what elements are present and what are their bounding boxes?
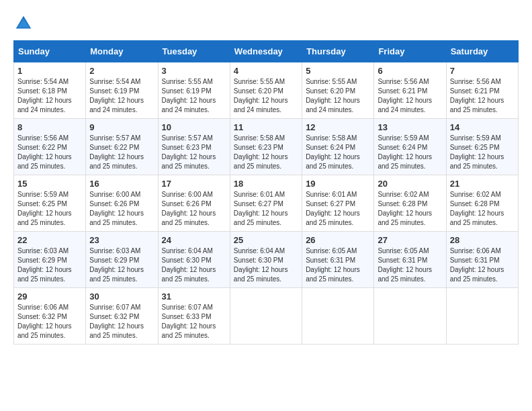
- day-info: Sunrise: 5:59 AMSunset: 6:24 PMDaylight:…: [378, 134, 442, 171]
- calendar-cell: 30 Sunrise: 6:07 AMSunset: 6:32 PMDaylig…: [86, 288, 158, 345]
- day-info: Sunrise: 6:00 AMSunset: 6:26 PMDaylight:…: [89, 190, 154, 228]
- calendar-cell: 19 Sunrise: 6:01 AMSunset: 6:27 PMDaylig…: [302, 175, 374, 232]
- week-row-2: 8 Sunrise: 5:56 AMSunset: 6:22 PMDayligh…: [14, 119, 519, 175]
- calendar-cell: [446, 288, 518, 345]
- calendar-cell: 29 Sunrise: 6:06 AMSunset: 6:32 PMDaylig…: [14, 288, 86, 345]
- calendar-cell: 26 Sunrise: 6:05 AMSunset: 6:31 PMDaylig…: [302, 232, 374, 288]
- logo: [13, 13, 36, 34]
- calendar-cell: 18 Sunrise: 6:01 AMSunset: 6:27 PMDaylig…: [230, 175, 302, 232]
- day-number: 6: [378, 66, 442, 76]
- day-number: 22: [17, 235, 82, 245]
- day-info: Sunrise: 6:00 AMSunset: 6:26 PMDaylight:…: [162, 190, 226, 228]
- day-number: 10: [162, 122, 226, 132]
- day-info: Sunrise: 6:06 AMSunset: 6:31 PMDaylight:…: [450, 246, 515, 284]
- day-info: Sunrise: 5:56 AMSunset: 6:22 PMDaylight:…: [17, 134, 82, 171]
- day-info: Sunrise: 5:56 AMSunset: 6:21 PMDaylight:…: [378, 77, 442, 115]
- day-info: Sunrise: 6:02 AMSunset: 6:28 PMDaylight:…: [378, 190, 442, 228]
- day-info: Sunrise: 6:05 AMSunset: 6:31 PMDaylight:…: [306, 246, 370, 284]
- calendar-cell: 25 Sunrise: 6:04 AMSunset: 6:30 PMDaylig…: [230, 232, 302, 288]
- calendar-cell: 4 Sunrise: 5:55 AMSunset: 6:20 PMDayligh…: [230, 62, 302, 119]
- calendar-cell: 2 Sunrise: 5:54 AMSunset: 6:19 PMDayligh…: [86, 62, 158, 119]
- day-info: Sunrise: 6:07 AMSunset: 6:33 PMDaylight:…: [162, 303, 226, 340]
- day-info: Sunrise: 5:55 AMSunset: 6:20 PMDaylight:…: [234, 77, 298, 115]
- day-number: 16: [89, 179, 154, 189]
- day-info: Sunrise: 6:03 AMSunset: 6:29 PMDaylight:…: [89, 246, 154, 284]
- calendar-cell: 17 Sunrise: 6:00 AMSunset: 6:26 PMDaylig…: [158, 175, 230, 232]
- logo-icon: [13, 13, 34, 34]
- day-info: Sunrise: 6:01 AMSunset: 6:27 PMDaylight:…: [234, 190, 298, 228]
- day-number: 20: [378, 179, 442, 189]
- day-number: 1: [17, 66, 82, 76]
- day-info: Sunrise: 6:03 AMSunset: 6:29 PMDaylight:…: [17, 246, 82, 284]
- week-row-3: 15 Sunrise: 5:59 AMSunset: 6:25 PMDaylig…: [14, 175, 519, 232]
- day-info: Sunrise: 5:59 AMSunset: 6:25 PMDaylight:…: [17, 190, 82, 228]
- day-info: Sunrise: 5:54 AMSunset: 6:18 PMDaylight:…: [17, 77, 82, 115]
- header-tuesday: Tuesday: [158, 41, 230, 62]
- calendar-cell: 23 Sunrise: 6:03 AMSunset: 6:29 PMDaylig…: [86, 232, 158, 288]
- day-info: Sunrise: 6:06 AMSunset: 6:32 PMDaylight:…: [17, 303, 82, 340]
- calendar-cell: [230, 288, 302, 345]
- day-info: Sunrise: 5:57 AMSunset: 6:23 PMDaylight:…: [162, 134, 226, 171]
- header-saturday: Saturday: [446, 41, 518, 62]
- day-info: Sunrise: 5:55 AMSunset: 6:20 PMDaylight:…: [306, 77, 370, 115]
- day-info: Sunrise: 6:02 AMSunset: 6:28 PMDaylight:…: [450, 190, 515, 228]
- day-number: 24: [162, 235, 226, 245]
- day-number: 12: [306, 122, 370, 132]
- day-number: 11: [234, 122, 298, 132]
- day-number: 7: [450, 66, 515, 76]
- day-number: 9: [89, 122, 154, 132]
- day-info: Sunrise: 5:58 AMSunset: 6:24 PMDaylight:…: [306, 134, 370, 171]
- calendar: SundayMondayTuesdayWednesdayThursdayFrid…: [13, 40, 519, 345]
- day-info: Sunrise: 5:59 AMSunset: 6:25 PMDaylight:…: [450, 134, 515, 171]
- calendar-cell: [302, 288, 374, 345]
- day-number: 29: [17, 291, 82, 302]
- day-number: 28: [450, 235, 515, 245]
- calendar-cell: [374, 288, 446, 345]
- day-number: 27: [378, 235, 442, 245]
- calendar-cell: 11 Sunrise: 5:58 AMSunset: 6:23 PMDaylig…: [230, 119, 302, 175]
- calendar-cell: 20 Sunrise: 6:02 AMSunset: 6:28 PMDaylig…: [374, 175, 446, 232]
- header-monday: Monday: [86, 41, 158, 62]
- calendar-cell: 10 Sunrise: 5:57 AMSunset: 6:23 PMDaylig…: [158, 119, 230, 175]
- calendar-cell: 3 Sunrise: 5:55 AMSunset: 6:19 PMDayligh…: [158, 62, 230, 119]
- day-number: 25: [234, 235, 298, 245]
- calendar-cell: 5 Sunrise: 5:55 AMSunset: 6:20 PMDayligh…: [302, 62, 374, 119]
- day-number: 15: [17, 179, 82, 189]
- calendar-cell: 27 Sunrise: 6:05 AMSunset: 6:31 PMDaylig…: [374, 232, 446, 288]
- week-row-4: 22 Sunrise: 6:03 AMSunset: 6:29 PMDaylig…: [14, 232, 519, 288]
- day-number: 14: [450, 122, 515, 132]
- calendar-cell: 21 Sunrise: 6:02 AMSunset: 6:28 PMDaylig…: [446, 175, 518, 232]
- day-number: 31: [162, 291, 226, 302]
- calendar-header-row: SundayMondayTuesdayWednesdayThursdayFrid…: [14, 41, 519, 62]
- day-info: Sunrise: 6:07 AMSunset: 6:32 PMDaylight:…: [89, 303, 154, 340]
- day-info: Sunrise: 5:57 AMSunset: 6:22 PMDaylight:…: [89, 134, 154, 171]
- header-friday: Friday: [374, 41, 446, 62]
- calendar-cell: 1 Sunrise: 5:54 AMSunset: 6:18 PMDayligh…: [14, 62, 86, 119]
- day-info: Sunrise: 6:04 AMSunset: 6:30 PMDaylight:…: [234, 246, 298, 284]
- day-number: 4: [234, 66, 298, 76]
- calendar-cell: 28 Sunrise: 6:06 AMSunset: 6:31 PMDaylig…: [446, 232, 518, 288]
- day-number: 8: [17, 122, 82, 132]
- calendar-cell: 6 Sunrise: 5:56 AMSunset: 6:21 PMDayligh…: [374, 62, 446, 119]
- calendar-cell: 8 Sunrise: 5:56 AMSunset: 6:22 PMDayligh…: [14, 119, 86, 175]
- calendar-cell: 12 Sunrise: 5:58 AMSunset: 6:24 PMDaylig…: [302, 119, 374, 175]
- calendar-cell: 7 Sunrise: 5:56 AMSunset: 6:21 PMDayligh…: [446, 62, 518, 119]
- day-number: 2: [89, 66, 154, 76]
- day-info: Sunrise: 5:55 AMSunset: 6:19 PMDaylight:…: [162, 77, 226, 115]
- day-number: 17: [162, 179, 226, 189]
- header-sunday: Sunday: [14, 41, 86, 62]
- day-info: Sunrise: 6:04 AMSunset: 6:30 PMDaylight:…: [162, 246, 226, 284]
- day-number: 5: [306, 66, 370, 76]
- day-number: 30: [89, 291, 154, 302]
- day-info: Sunrise: 6:01 AMSunset: 6:27 PMDaylight:…: [306, 190, 370, 228]
- day-number: 21: [450, 179, 515, 189]
- day-number: 26: [306, 235, 370, 245]
- day-number: 19: [306, 179, 370, 189]
- calendar-cell: 13 Sunrise: 5:59 AMSunset: 6:24 PMDaylig…: [374, 119, 446, 175]
- calendar-cell: 24 Sunrise: 6:04 AMSunset: 6:30 PMDaylig…: [158, 232, 230, 288]
- day-number: 3: [162, 66, 226, 76]
- day-info: Sunrise: 6:05 AMSunset: 6:31 PMDaylight:…: [378, 246, 442, 284]
- day-info: Sunrise: 5:56 AMSunset: 6:21 PMDaylight:…: [450, 77, 515, 115]
- day-info: Sunrise: 5:58 AMSunset: 6:23 PMDaylight:…: [234, 134, 298, 171]
- week-row-1: 1 Sunrise: 5:54 AMSunset: 6:18 PMDayligh…: [14, 62, 519, 119]
